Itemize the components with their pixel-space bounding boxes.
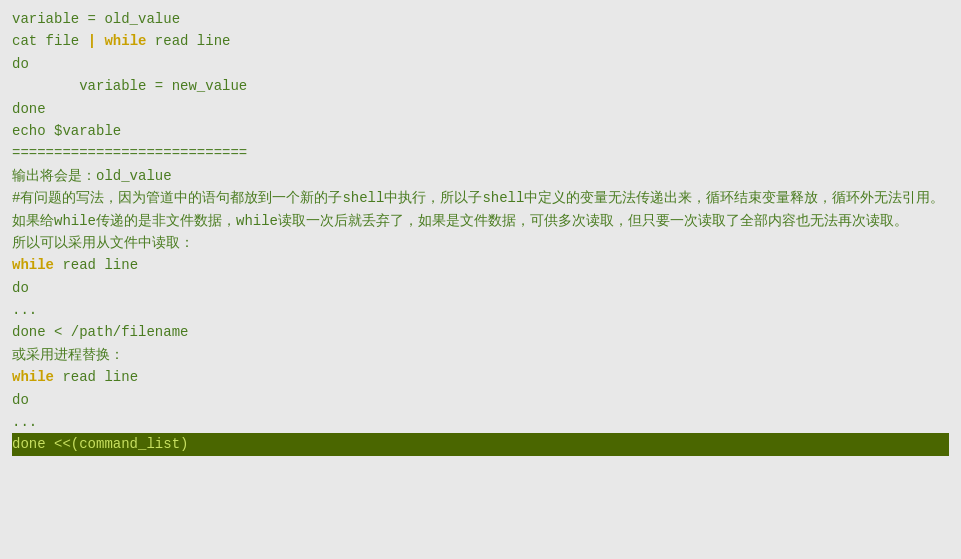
line-19: ... bbox=[12, 411, 949, 433]
line-11: 所以可以采用从文件中读取： bbox=[12, 232, 949, 254]
line-8: 输出将会是：old_value bbox=[12, 165, 949, 187]
line-6: echo $varable bbox=[12, 120, 949, 142]
text: 输出将会是：old_value bbox=[12, 168, 172, 184]
line-3: do bbox=[12, 53, 949, 75]
code-content: variable = old_value cat file | while re… bbox=[12, 8, 949, 456]
text: 如果给while传递的是非文件数据，while读取一次后就丢弃了，如果是文件数据… bbox=[12, 213, 908, 229]
text: do bbox=[12, 56, 29, 72]
line-9: #有问题的写法，因为管道中的语句都放到一个新的子shell中执行，所以子shel… bbox=[12, 187, 949, 209]
text: done < /path/filename bbox=[12, 324, 188, 340]
line-7: ============================ bbox=[12, 142, 949, 164]
line-12: while read line bbox=[12, 254, 949, 276]
line-20: done <<(command_list) bbox=[12, 433, 949, 455]
line-2: cat file | while read line bbox=[12, 30, 949, 52]
line-18: do bbox=[12, 389, 949, 411]
line-1: variable = old_value bbox=[12, 8, 949, 30]
line-14: ... bbox=[12, 299, 949, 321]
line-10: 如果给while传递的是非文件数据，while读取一次后就丢弃了，如果是文件数据… bbox=[12, 210, 949, 232]
text: variable = new_value bbox=[12, 78, 247, 94]
text: 或采用进程替换： bbox=[12, 347, 124, 363]
text: while read line bbox=[12, 369, 138, 385]
line-16: 或采用进程替换： bbox=[12, 344, 949, 366]
text: echo $varable bbox=[12, 123, 121, 139]
line-17: while read line bbox=[12, 366, 949, 388]
text: ... bbox=[12, 302, 37, 318]
text: ============================ bbox=[12, 145, 247, 161]
text: done bbox=[12, 101, 46, 117]
highlighted-text: done <<(command_list) bbox=[12, 436, 188, 452]
text: while read line bbox=[12, 257, 138, 273]
text: do bbox=[12, 280, 29, 296]
line-4: variable = new_value bbox=[12, 75, 949, 97]
text: #有问题的写法，因为管道中的语句都放到一个新的子shell中执行，所以子shel… bbox=[12, 190, 944, 206]
text: ... bbox=[12, 414, 37, 430]
line-5: done bbox=[12, 98, 949, 120]
text: do bbox=[12, 392, 29, 408]
line-13: do bbox=[12, 277, 949, 299]
text: variable = old_value bbox=[12, 11, 180, 27]
text: 所以可以采用从文件中读取： bbox=[12, 235, 194, 251]
text: cat file | while read line bbox=[12, 33, 230, 49]
line-15: done < /path/filename bbox=[12, 321, 949, 343]
